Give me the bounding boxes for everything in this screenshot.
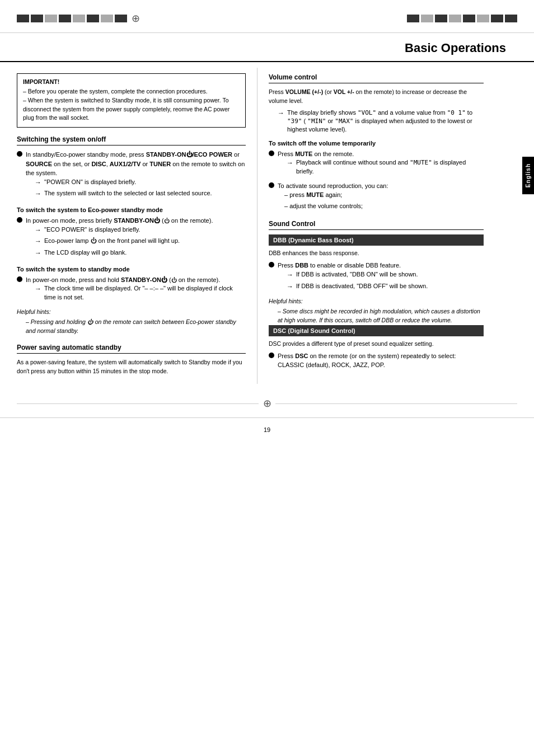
bar-block-8: [115, 15, 127, 22]
bar-block-r4: [449, 15, 461, 22]
dsc-bullet1: Press DSC on the remote (or on the syste…: [269, 351, 484, 370]
mute-bullet2-content: To activate sound reproduction, you can:…: [278, 181, 484, 213]
switching-header: Switching the system on/off: [17, 135, 246, 145]
dbb-arrow1-text: If DBB is activated, "DBB ON" will be sh…: [296, 270, 418, 279]
switching-bullet1-content: In standby/Eco-power standby mode, press…: [26, 150, 246, 201]
dbb-arrow2-text: If DBB is deactivated, "DBB OFF" will be…: [296, 282, 428, 290]
switching-arrow4: → Eco-power lamp ⏻ on the front panel wi…: [35, 237, 246, 246]
helpful-hints-content-1: – Pressing and holding ⏻ on the remote c…: [26, 318, 246, 336]
mute-arrow1-text: Playback will continue without sound and…: [296, 158, 484, 176]
bullet-dot-2: [17, 217, 22, 223]
language-tab: English: [522, 157, 534, 194]
helpful-hints-label-1: Helpful hints:: [17, 308, 246, 315]
dsc-subheader: DSC (Digital Sound Control): [269, 325, 484, 336]
sound-control-header: Sound Control: [269, 220, 484, 230]
mute-bullet2: To activate sound reproduction, you can:…: [269, 181, 484, 213]
volume-main-text: Press VOLUME (+/-) (or VOL +/- on the re…: [269, 88, 484, 106]
switching-arrow4-text: Eco-power lamp ⏻ on the front panel will…: [44, 237, 180, 245]
bullet-dot-3: [17, 276, 22, 282]
switching-arrow2-text: The system will switch to the selected o…: [44, 189, 212, 198]
bar-block-4: [59, 15, 71, 22]
top-bar-left-blocks: [17, 15, 127, 22]
mute-dash1: press MUTE again;: [284, 190, 484, 200]
bar-block-2: [31, 15, 43, 22]
bar-block-6: [87, 15, 99, 22]
bullet-dot-1: [17, 151, 22, 157]
important-text: – Before you operate the system, complet…: [23, 87, 240, 123]
switching-arrow3: → "ECO POWER" is displayed briefly.: [35, 226, 246, 235]
standby-mode-subheader: To switch the system to standby mode: [17, 266, 246, 273]
bar-block-r2: [421, 15, 433, 22]
switching-arrow1-text: "POWER ON" is displayed briefly.: [44, 178, 136, 186]
dbb-text: DBB enhances the bass response.: [269, 249, 484, 258]
bullet-dot-6: [269, 262, 274, 267]
bar-block-r5: [463, 15, 475, 22]
switching-arrow5: → The LCD display will go blank.: [35, 248, 246, 258]
switching-arrow6-text: The clock time will be displayed. Or "– …: [44, 284, 246, 302]
registration-mark-left: ⊕: [127, 10, 144, 27]
bar-block-r3: [435, 15, 447, 22]
bar-block-3: [45, 15, 57, 22]
power-saving-text: As a power-saving feature, the system wi…: [17, 358, 246, 376]
volume-arrow1: → The display briefly shows "VOL" and a …: [278, 109, 484, 134]
helpful-hints-label-2: Helpful hints:: [269, 298, 484, 304]
switching-bullet3-content: In power-on mode, press and hold STANDBY…: [26, 275, 246, 304]
mute-dash2: adjust the volume controls;: [284, 201, 484, 211]
dbb-subheader: DBB (Dynamic Bass Boost): [269, 234, 484, 246]
bar-block-5: [73, 15, 85, 22]
mute-subheader: To switch off the volume temporarily: [269, 140, 484, 147]
page-title: Basic Operations: [405, 41, 506, 55]
left-column: IMPORTANT! – Before you operate the syst…: [0, 68, 257, 384]
eco-power-subheader: To switch the system to Eco-power standb…: [17, 206, 246, 213]
bar-block-1: [17, 15, 29, 22]
page-number: 19: [0, 417, 534, 442]
switching-arrow5-text: The LCD display will go blank.: [44, 248, 127, 257]
bottom-bar: ⊕: [0, 389, 534, 417]
dsc-options: CLASSIC (default), ROCK, JAZZ, POP.: [278, 361, 385, 368]
bar-block-7: [101, 15, 113, 22]
dbb-arrow1: → If DBB is activated, "DBB ON" will be …: [287, 270, 484, 280]
mute-arrow1: → Playback will continue without sound a…: [287, 158, 484, 176]
switching-bullet1: In standby/Eco-power standby mode, press…: [17, 150, 246, 201]
important-title: IMPORTANT!: [23, 78, 240, 85]
switching-arrow3-text: "ECO POWER" is displayed briefly.: [44, 226, 140, 234]
dbb-bullet1: Press DBB to enable or disable DBB featu…: [269, 261, 484, 293]
switching-arrow1: → "POWER ON" is displayed briefly.: [35, 178, 246, 187]
important-box: IMPORTANT! – Before you operate the syst…: [17, 73, 246, 128]
mute-bullet1-content: Press MUTE on the remote. → Playback wil…: [278, 149, 484, 178]
switching-arrow6: → The clock time will be displayed. Or "…: [35, 284, 246, 302]
mute-bullet1: Press MUTE on the remote. → Playback wil…: [269, 149, 484, 178]
bar-block-r6: [477, 15, 489, 22]
bar-block-r1: [407, 15, 419, 22]
switching-bullet2-content: In power-on mode, press briefly STANDBY-…: [26, 216, 246, 260]
switching-arrow2: → The system will switch to the selected…: [35, 189, 246, 199]
right-column: Volume control Press VOLUME (+/-) (or VO…: [257, 68, 512, 384]
dbb-bullet1-content: Press DBB to enable or disable DBB featu…: [278, 261, 484, 293]
bullet-dot-5: [269, 182, 274, 188]
bullet-dot-4: [269, 151, 274, 156]
helpful-hints-content-2: – Some discs might be recorded in high m…: [278, 307, 484, 325]
bar-block-r7: [491, 15, 503, 22]
main-content: IMPORTANT! – Before you operate the syst…: [0, 62, 534, 389]
top-bar-right-blocks: [407, 15, 517, 22]
volume-arrow1-text: The display briefly shows "VOL" and a vo…: [287, 109, 484, 134]
switching-bullet2: In power-on mode, press briefly STANDBY-…: [17, 216, 246, 260]
bullet-dot-7: [269, 353, 274, 358]
dbb-arrow2: → If DBB is deactivated, "DBB OFF" will …: [287, 282, 484, 292]
volume-header: Volume control: [269, 73, 484, 83]
bar-block-r8: [505, 15, 517, 22]
switching-bullet3: In power-on mode, press and hold STANDBY…: [17, 275, 246, 304]
dsc-text: DSC provides a different type of preset …: [269, 340, 484, 349]
page-title-area: Basic Operations: [0, 33, 534, 62]
registration-mark-bottom: ⊕: [259, 395, 275, 412]
top-decorative-bar: ⊕: [0, 0, 534, 33]
power-saving-header: Power saving automatic standby: [17, 344, 246, 354]
dsc-bullet1-content: Press DSC on the remote (or on the syste…: [278, 351, 484, 370]
